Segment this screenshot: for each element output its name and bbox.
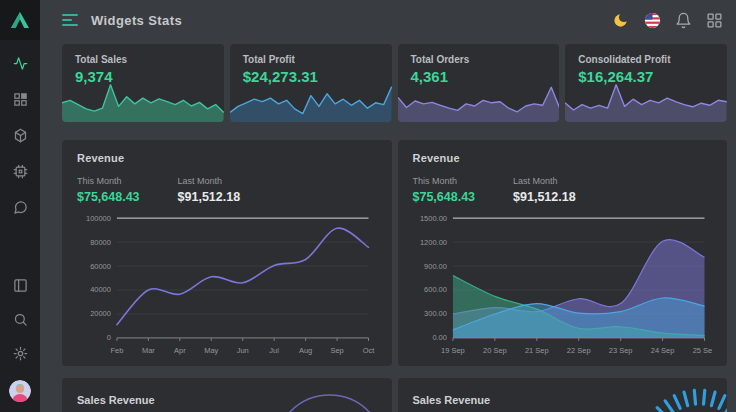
svg-text:25 Sep: 25 Sep	[692, 346, 712, 355]
sales-revenue-card-left: Sales Revenue $8,641.26	[62, 378, 392, 412]
svg-text:300.00: 300.00	[424, 309, 447, 318]
revenue-charts-row: Revenue This Month $75,648.43 Last Month…	[62, 140, 727, 366]
stat-card-total-orders: Total Orders 4,361	[398, 44, 560, 122]
last-month-group: Last Month $91,512.18	[178, 176, 241, 204]
this-month-value: $75,648.43	[77, 190, 140, 204]
svg-text:20000: 20000	[90, 309, 111, 318]
stat-cards-row: Total Sales 9,374 Total Profit $24,273.3…	[62, 44, 727, 122]
user-avatar[interactable]	[9, 380, 31, 402]
svg-text:60000: 60000	[90, 262, 111, 271]
sidebar	[0, 0, 40, 412]
card-title: Revenue	[77, 152, 377, 164]
chat-bubble-icon[interactable]	[13, 200, 28, 215]
package-box-icon[interactable]	[13, 128, 28, 143]
stat-card-total-profit: Total Profit $24,273.31	[230, 44, 392, 122]
sales-revenue-row: Sales Revenue $8,641.26 Sales Revenue $8…	[62, 378, 727, 412]
svg-text:24 Sep: 24 Sep	[650, 346, 674, 355]
last-month-value: $91,512.18	[178, 190, 241, 204]
cpu-chip-icon[interactable]	[13, 164, 28, 179]
last-month-label: Last Month	[178, 176, 241, 186]
this-month-group: This Month $75,648.43	[77, 176, 140, 204]
stat-card-consolidated-profit: Consolidated Profit $16,264.37	[565, 44, 727, 122]
card-title: Sales Revenue	[413, 394, 713, 406]
svg-text:1500.00: 1500.00	[419, 214, 446, 223]
header: Widgets Stats	[40, 0, 736, 40]
sales-revenue-card-right: Sales Revenue $8,641.26	[398, 378, 728, 412]
notifications-bell-icon[interactable]	[675, 12, 692, 29]
svg-text:1200.00: 1200.00	[419, 238, 446, 247]
total-sales-sparkline	[62, 80, 224, 122]
svg-text:Sep: Sep	[330, 346, 343, 355]
search-icon[interactable]	[13, 312, 28, 327]
this-month-label: This Month	[413, 176, 476, 186]
stat-label: Consolidated Profit	[578, 54, 714, 65]
stat-card-total-sales: Total Sales 9,374	[62, 44, 224, 122]
svg-text:100000: 100000	[86, 214, 111, 223]
svg-text:Oct: Oct	[363, 346, 376, 355]
card-title: Revenue	[413, 152, 713, 164]
app-logo[interactable]	[0, 0, 40, 40]
svg-text:22 Sep: 22 Sep	[566, 346, 590, 355]
revenue-daily-card: Revenue This Month $75,648.43 Last Month…	[398, 140, 728, 366]
this-month-group: This Month $75,648.43	[413, 176, 476, 204]
stat-label: Total Orders	[411, 54, 547, 65]
svg-text:0: 0	[107, 333, 111, 342]
total-profit-sparkline	[230, 80, 392, 122]
last-month-group: Last Month $91,512.18	[513, 176, 576, 204]
svg-text:20 Sep: 20 Sep	[483, 346, 507, 355]
last-month-value: $91,512.18	[513, 190, 576, 204]
last-month-label: Last Month	[513, 176, 576, 186]
content: Total Sales 9,374 Total Profit $24,273.3…	[40, 40, 736, 412]
theme-moon-icon[interactable]	[613, 12, 630, 29]
triangle-logo-icon	[9, 9, 31, 31]
svg-text:900.00: 900.00	[424, 262, 447, 271]
svg-text:Feb: Feb	[110, 346, 123, 355]
this-month-label: This Month	[77, 176, 140, 186]
sidebar-nav-top	[13, 56, 28, 215]
card-title: Sales Revenue	[77, 394, 377, 406]
language-flag-us-icon[interactable]	[644, 12, 661, 29]
svg-text:600.00: 600.00	[424, 285, 447, 294]
svg-text:Mar: Mar	[142, 346, 155, 355]
settings-gear-icon[interactable]	[13, 346, 28, 361]
stat-label: Total Profit	[243, 54, 379, 65]
dashboard-grid-icon[interactable]	[13, 92, 28, 107]
main-area: Widgets Stats	[40, 0, 736, 412]
svg-text:Jul: Jul	[269, 346, 279, 355]
sidebar-nav-bottom	[9, 278, 31, 402]
page-title: Widgets Stats	[91, 13, 182, 28]
total-orders-sparkline	[398, 80, 560, 122]
svg-text:0.00: 0.00	[432, 333, 447, 342]
revenue-monthly-line-chart: 020000400006000080000100000FebMarAprMayJ…	[77, 210, 377, 358]
consolidated-profit-sparkline	[565, 80, 727, 122]
svg-text:19 Sep: 19 Sep	[441, 346, 465, 355]
svg-text:80000: 80000	[90, 238, 111, 247]
activity-icon[interactable]	[13, 56, 28, 71]
svg-text:40000: 40000	[90, 285, 111, 294]
this-month-value: $75,648.43	[413, 190, 476, 204]
svg-text:23 Sep: 23 Sep	[608, 346, 632, 355]
svg-text:21 Sep: 21 Sep	[524, 346, 548, 355]
apps-grid-icon[interactable]	[706, 12, 723, 29]
svg-text:May: May	[204, 346, 218, 355]
layout-panel-icon[interactable]	[13, 278, 28, 293]
menu-toggle-icon[interactable]	[62, 14, 78, 26]
svg-text:Jun: Jun	[237, 346, 249, 355]
svg-text:Aug: Aug	[299, 346, 312, 355]
svg-text:Apr: Apr	[174, 346, 186, 355]
revenue-monthly-card: Revenue This Month $75,648.43 Last Month…	[62, 140, 392, 366]
revenue-summary: This Month $75,648.43 Last Month $91,512…	[413, 176, 713, 204]
stat-label: Total Sales	[75, 54, 211, 65]
header-icons	[613, 12, 723, 29]
avatar-image	[9, 380, 31, 402]
revenue-daily-area-chart: 0.00300.00600.00900.001200.001500.0019 S…	[413, 210, 713, 358]
revenue-summary: This Month $75,648.43 Last Month $91,512…	[77, 176, 377, 204]
